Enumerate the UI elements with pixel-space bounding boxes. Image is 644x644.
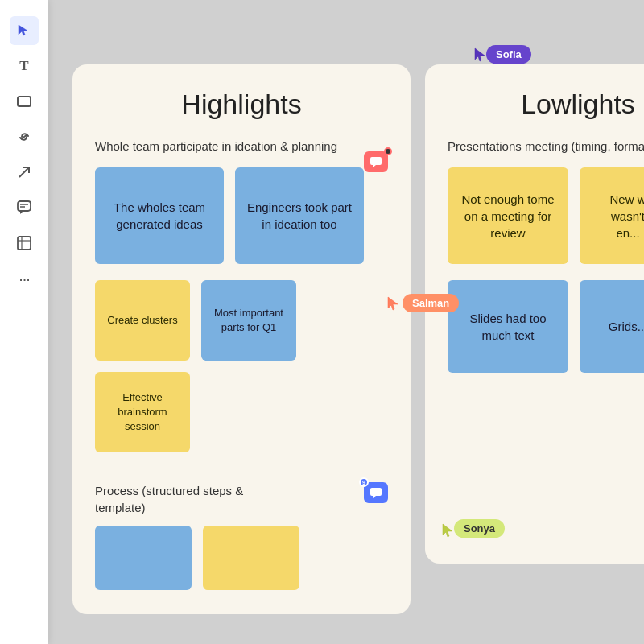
sofia-label: Sofia (486, 45, 531, 64)
sofia-cursor: Sofia (473, 45, 531, 64)
sonya-label: Sonya (454, 519, 505, 538)
lowlights-row1: Not enough tome on a meeting for review … (448, 167, 644, 264)
svg-rect-11 (370, 157, 382, 165)
comment-icon-1 (370, 157, 382, 167)
highlights-title: Highlights (95, 89, 388, 120)
svg-rect-13 (370, 488, 382, 496)
sticky-l2[interactable]: New wwasn'ten... (580, 167, 644, 264)
sonya-cursor: Sonya (441, 519, 505, 538)
sofia-cursor-icon (473, 47, 486, 63)
svg-rect-1 (18, 97, 31, 106)
lowlights-title: Lowlights (448, 89, 644, 120)
svg-line-3 (19, 167, 29, 177)
highlights-bottom-row (95, 526, 388, 590)
canvas-area: Highlights Whole team participate in ide… (48, 0, 644, 644)
highlights-section1-label: Whole team participate in ideation & pla… (95, 138, 388, 155)
svg-marker-12 (373, 165, 376, 167)
sonya-cursor-icon (441, 521, 454, 537)
highlights-panel: Highlights Whole team participate in ide… (72, 64, 411, 614)
link-icon[interactable] (10, 122, 39, 151)
svg-rect-4 (18, 201, 31, 211)
sticky-l4[interactable]: Grids... (580, 280, 644, 373)
highlights-section3-label: Process (structured steps & template) (95, 482, 286, 516)
more-icon[interactable]: ··· (10, 264, 39, 293)
sidebar: T ··· (0, 0, 48, 644)
comment-bubble-1[interactable] (364, 151, 388, 172)
svg-rect-8 (18, 237, 31, 250)
svg-marker-16 (475, 48, 485, 61)
lowlights-row2: Slides had too much text Grids... (448, 280, 644, 373)
sticky-l3[interactable]: Slides had too much text (448, 280, 568, 373)
lowlights-panel: Sofia Lowlights Presentations meeting (t… (425, 64, 644, 564)
highlights-row1: The wholes team generated ideas Engineer… (95, 167, 388, 264)
cursor-icon[interactable] (10, 16, 39, 45)
comment-bubble-2[interactable]: 9 (364, 482, 388, 503)
salman-cursor: Salman (386, 294, 459, 312)
svg-marker-14 (373, 496, 376, 498)
divider-1 (95, 469, 388, 469)
sticky-h4[interactable]: Most important parts for Q1 (201, 280, 296, 361)
salman-label: Salman (402, 294, 459, 312)
frame-icon[interactable] (10, 229, 39, 258)
sticky-h6[interactable] (95, 526, 192, 590)
highlights-row2: Create clusters Most important parts for… (95, 280, 388, 452)
svg-marker-15 (388, 297, 398, 310)
sticky-h5[interactable]: Effective brainstorm session (95, 372, 190, 452)
sticky-h2[interactable]: Engineers took part in ideation too (235, 167, 364, 264)
sticky-h3[interactable]: Create clusters (95, 280, 190, 361)
svg-marker-0 (19, 25, 27, 35)
sticky-l1[interactable]: Not enough tome on a meeting for review (448, 167, 568, 264)
shape-icon[interactable] (10, 87, 39, 116)
arrow-icon[interactable] (10, 158, 39, 187)
highlights-section3-header: Process (structured steps & template) 9 (95, 482, 388, 516)
sticky-h1[interactable]: The wholes team generated ideas (95, 167, 224, 264)
text-icon[interactable]: T (10, 52, 39, 80)
sticky-h7[interactable] (203, 526, 299, 590)
comment-icon[interactable] (10, 193, 39, 222)
lowlights-section1-label: Presentations meeting (timing, format) (448, 138, 644, 155)
svg-marker-17 (443, 524, 452, 537)
salman-cursor-icon (386, 295, 399, 312)
comment-icon-2 (370, 488, 382, 498)
